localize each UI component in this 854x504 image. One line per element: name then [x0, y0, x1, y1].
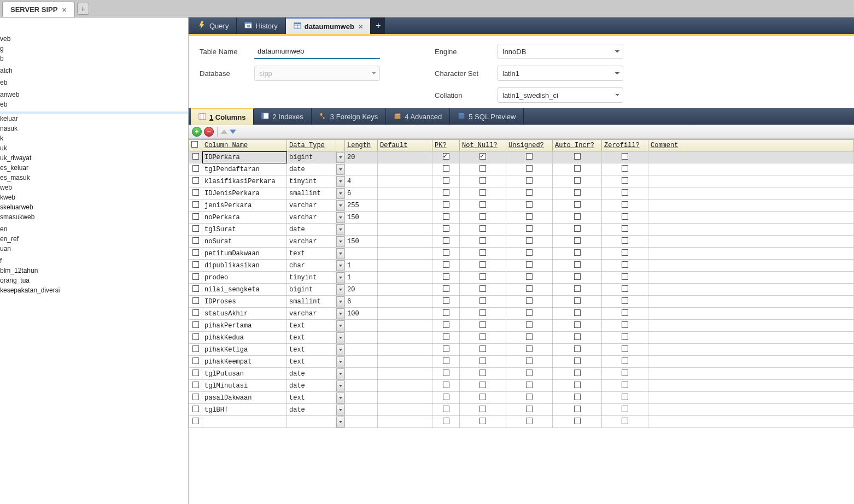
checkbox[interactable] [479, 406, 486, 412]
table-row[interactable]: noSuratvarchar150 [189, 236, 854, 248]
column-name-cell[interactable]: IDPerkara [202, 151, 287, 163]
checkbox[interactable] [443, 249, 449, 256]
tree-item[interactable]: skeluarweb [0, 202, 188, 212]
checkbox[interactable] [443, 321, 449, 328]
checkbox[interactable] [443, 394, 449, 400]
column-name-cell[interactable]: dipublikasikan [202, 260, 287, 272]
checkbox[interactable] [526, 406, 533, 412]
checkbox[interactable] [622, 189, 628, 196]
length-cell[interactable] [345, 163, 378, 175]
dropdown-button[interactable] [336, 176, 344, 187]
checkbox[interactable] [622, 297, 628, 304]
checkbox[interactable] [479, 382, 486, 388]
tree-item[interactable]: blm_12tahun [0, 266, 188, 276]
dropdown-button[interactable] [336, 248, 344, 259]
checkbox[interactable] [443, 345, 449, 352]
close-icon[interactable]: × [359, 22, 363, 31]
column-name-cell[interactable]: pihakKedua [202, 332, 287, 344]
checkbox[interactable] [622, 333, 628, 340]
checkbox[interactable] [526, 153, 533, 160]
comment-cell[interactable] [648, 392, 854, 404]
data-type-cell[interactable]: text [287, 248, 336, 260]
checkbox[interactable] [622, 225, 628, 232]
checkbox[interactable] [479, 201, 486, 208]
checkbox[interactable] [574, 189, 581, 196]
table-row[interactable]: jenisPerkaravarchar255 [189, 200, 854, 212]
length-cell[interactable]: 150 [345, 212, 378, 224]
checkbox[interactable] [443, 189, 449, 196]
tree-item[interactable]: smasukweb [0, 212, 188, 222]
object-tree-sidebar[interactable]: vebgbatchebanwebebkeluarnasukkukuk_riway… [0, 17, 189, 504]
checkbox[interactable] [479, 297, 486, 304]
length-cell[interactable]: 6 [345, 296, 378, 308]
dropdown-button[interactable] [336, 308, 344, 319]
checkbox[interactable] [574, 382, 581, 388]
checkbox[interactable] [192, 309, 199, 316]
checkbox[interactable] [526, 273, 533, 280]
checkbox[interactable] [526, 309, 533, 316]
checkbox[interactable] [192, 406, 199, 412]
table-row[interactable]: pihakKeduatext [189, 332, 854, 344]
default-cell[interactable] [378, 308, 432, 320]
checkbox[interactable] [192, 261, 199, 268]
checkbox[interactable] [479, 333, 486, 340]
dropdown-button[interactable] [336, 405, 344, 415]
checkbox[interactable] [443, 165, 449, 172]
length-cell[interactable]: 4 [345, 175, 378, 187]
table-row[interactable]: tglPutusandate [189, 368, 854, 380]
checkbox[interactable] [574, 213, 581, 220]
checkbox[interactable] [574, 261, 581, 268]
tree-item[interactable]: web [0, 183, 188, 192]
checkbox[interactable] [622, 165, 628, 172]
column-name-cell[interactable]: jenisPerkara [202, 200, 287, 212]
table-row[interactable]: IDJenisPerkarasmallint6 [189, 187, 854, 200]
default-cell[interactable] [378, 175, 432, 187]
checkbox[interactable] [526, 165, 533, 172]
comment-cell[interactable] [648, 163, 854, 175]
dropdown-button[interactable] [336, 380, 344, 391]
dropdown-button[interactable] [336, 368, 344, 379]
checkbox[interactable] [192, 237, 199, 244]
data-type-cell[interactable]: text [287, 392, 336, 404]
subtab-columns[interactable]: 1 Columns [191, 108, 254, 125]
comment-cell[interactable] [648, 260, 854, 272]
tree-item[interactable]: veb [0, 34, 188, 44]
data-type-cell[interactable]: varchar [287, 308, 336, 320]
checkbox[interactable] [622, 261, 628, 268]
table-row[interactable]: tglMinutasidate [189, 380, 854, 392]
tree-item[interactable]: g [0, 44, 188, 54]
checkbox[interactable] [622, 418, 628, 424]
checkbox[interactable] [192, 213, 199, 220]
default-cell[interactable] [378, 163, 432, 175]
dropdown-button[interactable] [336, 152, 344, 163]
default-cell[interactable] [378, 260, 432, 272]
checkbox[interactable] [443, 261, 449, 268]
data-type-cell[interactable]: varchar [287, 212, 336, 224]
comment-cell[interactable] [648, 380, 854, 392]
tree-item[interactable]: f [0, 256, 188, 266]
checkbox[interactable] [526, 358, 533, 364]
checkbox[interactable] [443, 285, 449, 292]
tree-item[interactable]: orang_tua [0, 276, 188, 285]
checkbox[interactable] [192, 370, 199, 376]
tree-item[interactable]: uk_riwayat [0, 153, 188, 163]
table-row[interactable]: tglSuratdate [189, 224, 854, 236]
comment-cell[interactable] [648, 404, 854, 416]
default-cell[interactable] [378, 200, 432, 212]
checkbox[interactable] [443, 273, 449, 280]
checkbox[interactable] [192, 189, 199, 196]
checkbox[interactable] [192, 273, 199, 280]
dropdown-button[interactable] [336, 188, 344, 199]
comment-cell[interactable] [648, 175, 854, 187]
data-type-cell[interactable]: varchar [287, 200, 336, 212]
column-header[interactable]: Comment [648, 140, 854, 151]
dropdown-button[interactable] [336, 200, 344, 211]
column-name-cell[interactable]: pasalDakwaan [202, 392, 287, 404]
checkbox[interactable] [526, 237, 533, 244]
default-cell[interactable] [378, 356, 432, 368]
data-type-cell[interactable]: char [287, 260, 336, 272]
checkbox[interactable] [622, 201, 628, 208]
tree-item[interactable]: es_masuk [0, 173, 188, 183]
checkbox[interactable] [192, 394, 199, 400]
tree-item[interactable]: b [0, 54, 188, 63]
